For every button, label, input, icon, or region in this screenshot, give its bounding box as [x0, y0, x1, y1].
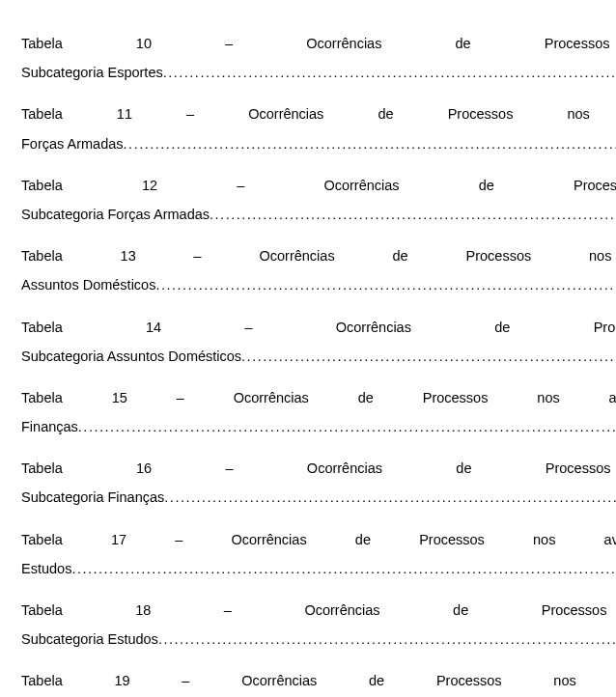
- leader-dots: [210, 204, 616, 226]
- entry-line-2: Subcategoria Forças Armadas: [21, 204, 616, 226]
- leader-dots: [78, 416, 616, 438]
- entry-line-1: Tabela 19 – Ocorrências de Processos nos…: [21, 670, 616, 692]
- entry-text: Tabela 19 – Ocorrências de Processos nos…: [21, 670, 616, 697]
- entry-line-1: Tabela 11 – Ocorrências de Processos nos…: [21, 103, 616, 125]
- entry-line-2: Subcategoria Assuntos Domésticos: [21, 346, 616, 368]
- entry-line-1: Tabela 17 – Ocorrências de Processos nos…: [21, 529, 616, 551]
- entry-line-2: Estudos: [21, 558, 616, 580]
- toc-entry: Tabela 13 – Ocorrências de Processos nos…: [21, 245, 593, 296]
- entry-text: Tabela 14 – Ocorrências de Processos nas…: [21, 317, 616, 368]
- toc-entry: Tabela 14 – Ocorrências de Processos nas…: [21, 317, 593, 368]
- toc-entry: Tabela 16 – Ocorrências de Processos nas…: [21, 458, 593, 509]
- entry-text: Tabela 15 – Ocorrências de Processos nos…: [21, 387, 616, 438]
- entry-label-end: Finanças: [21, 416, 78, 438]
- entry-text: Tabela 17 – Ocorrências de Processos nos…: [21, 529, 616, 580]
- leader-dots: [241, 346, 616, 368]
- entry-text: Tabela 13 – Ocorrências de Processos nos…: [21, 245, 616, 296]
- toc-entry: Tabela 17 – Ocorrências de Processos nos…: [21, 529, 593, 580]
- leader-dots: [71, 558, 616, 580]
- leader-dots: [164, 487, 616, 509]
- toc-entry: Tabela 18 – Ocorrências de Processos nas…: [21, 599, 593, 651]
- entry-label-end: Subcategoria Finanças: [21, 487, 164, 509]
- entry-line-2: Subcategoria Finanças: [21, 487, 616, 509]
- entry-label-end: Subcategoria Forças Armadas: [21, 204, 210, 226]
- toc-entry: Tabela 19 – Ocorrências de Processos nos…: [21, 670, 593, 697]
- leader-dots: [163, 62, 616, 84]
- entry-line-1: Tabela 14 – Ocorrências de Processos nas…: [21, 317, 616, 339]
- entry-label-end: Subcategoria Estudos: [21, 628, 158, 651]
- entry-label-end: Estudos: [21, 558, 71, 580]
- entry-line-2: Subcategoria Estudos: [21, 628, 616, 651]
- entry-text: Tabela 12 – Ocorrências de Processos nas…: [21, 175, 616, 226]
- entry-line-1: Tabela 13 – Ocorrências de Processos nos…: [21, 245, 616, 267]
- entry-label-end: Assuntos Domésticos: [21, 274, 155, 296]
- toc-entry: Tabela 11 – Ocorrências de Processos nos…: [21, 103, 593, 154]
- entry-line-2: Subcategoria Esportes: [21, 62, 616, 84]
- entry-label-end: Subcategoria Assuntos Domésticos: [21, 346, 241, 368]
- entry-line-1: Tabela 12 – Ocorrências de Processos nas…: [21, 175, 616, 197]
- toc-entry: Tabela 12 – Ocorrências de Processos nas…: [21, 175, 593, 226]
- entry-line-1: Tabela 15 – Ocorrências de Processos nos…: [21, 387, 616, 409]
- entry-line-2: Finanças: [21, 416, 616, 438]
- entry-line-2: Forças Armadas: [21, 133, 616, 155]
- entry-line-1: Tabela 10 – Ocorrências de Processos nas…: [21, 33, 616, 55]
- entry-label-end: Subcategoria Esportes: [21, 62, 163, 84]
- entry-text: Tabela 11 – Ocorrências de Processos nos…: [21, 103, 616, 154]
- entry-line-1: Tabela 16 – Ocorrências de Processos nas…: [21, 458, 616, 480]
- entry-text: Tabela 18 – Ocorrências de Processos nas…: [21, 599, 616, 651]
- entry-line-1: Tabela 18 – Ocorrências de Processos nas…: [21, 599, 616, 622]
- leader-dots: [124, 133, 616, 155]
- entry-text: Tabela 10 – Ocorrências de Processos nas…: [21, 33, 616, 84]
- entry-text: Tabela 16 – Ocorrências de Processos nas…: [21, 458, 616, 509]
- table-of-contents: Tabela 10 – Ocorrências de Processos nas…: [21, 33, 593, 697]
- entry-label-end: Forças Armadas: [21, 133, 124, 155]
- toc-entry: Tabela 15 – Ocorrências de Processos nos…: [21, 387, 593, 438]
- toc-entry: Tabela 10 – Ocorrências de Processos nas…: [21, 33, 593, 84]
- entry-line-2: Assuntos Domésticos: [21, 274, 616, 296]
- leader-dots: [155, 274, 616, 296]
- leader-dots: [158, 628, 616, 651]
